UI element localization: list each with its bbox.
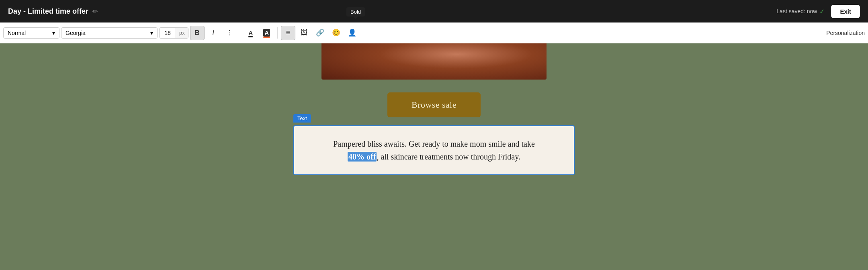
font-size-group: px: [159, 27, 188, 39]
bg-color-icon: A: [263, 29, 270, 37]
toolbar-separator-1: [240, 27, 240, 39]
hero-image-strip: [321, 43, 547, 80]
bold-button[interactable]: B: [190, 26, 205, 40]
insert-image-button[interactable]: 🖼: [297, 26, 311, 40]
text-color-button[interactable]: A: [244, 26, 258, 40]
top-bar-right: Last saved: now ✓ Exit: [776, 5, 860, 18]
top-bar-left: Day - Limited time offer ✏: [8, 7, 98, 16]
style-select[interactable]: Normal ▾: [3, 27, 59, 39]
link-icon: 🔗: [316, 29, 324, 37]
style-select-value: Normal: [8, 30, 26, 36]
font-size-input[interactable]: [160, 28, 176, 38]
font-select-value: Georgia: [66, 30, 86, 36]
browse-sale-button[interactable]: Browse sale: [387, 92, 481, 117]
personalization-icon-button[interactable]: 👤: [345, 26, 360, 40]
bold-label: B: [195, 29, 200, 37]
hero-image-inner: [321, 43, 547, 80]
paragraph-before-highlight: Pampered bliss awaits. Get ready to make…: [333, 139, 535, 148]
toolbar: Bold Normal ▾ Georgia ▾ px B I ⋮ A A ≡ 🖼: [0, 22, 868, 43]
insert-link-button[interactable]: 🔗: [313, 26, 328, 40]
personalization-label[interactable]: Personalization: [826, 30, 865, 36]
bg-color-button[interactable]: A: [260, 26, 274, 40]
font-select[interactable]: Georgia ▾: [61, 27, 158, 39]
page-title: Day - Limited time offer: [8, 7, 88, 16]
align-button[interactable]: ≡: [281, 26, 295, 40]
text-block-wrapper: Text Pampered bliss awaits. Get ready to…: [293, 125, 575, 175]
style-select-chevron: ▾: [52, 30, 55, 36]
highlighted-text: 40% off: [348, 152, 377, 162]
top-bar: Day - Limited time offer ✏ Last saved: n…: [0, 0, 868, 22]
emoji-button[interactable]: 😊: [329, 26, 344, 40]
more-options-icon: ⋮: [226, 29, 233, 37]
font-size-unit: px: [176, 28, 188, 38]
align-icon: ≡: [286, 29, 290, 37]
text-color-icon: A: [248, 29, 253, 36]
image-icon: 🖼: [301, 29, 307, 37]
text-paragraph: Pampered bliss awaits. Get ready to make…: [310, 137, 558, 163]
font-select-chevron: ▾: [150, 30, 153, 36]
paragraph-after-highlight: , all skincare treatments now through Fr…: [377, 152, 520, 161]
emoji-icon: 😊: [332, 29, 340, 37]
exit-button[interactable]: Exit: [831, 5, 860, 18]
more-options-button[interactable]: ⋮: [222, 26, 237, 40]
italic-button[interactable]: I: [206, 26, 221, 40]
person-icon: 👤: [348, 29, 356, 37]
italic-label: I: [212, 29, 214, 37]
text-badge: Text: [293, 114, 311, 123]
last-saved-text: Last saved: now ✓: [776, 8, 825, 15]
edit-icon[interactable]: ✏: [92, 8, 98, 15]
toolbar-separator-2: [277, 27, 278, 39]
saved-check-icon: ✓: [819, 8, 825, 15]
canvas-area: Browse sale Text Pampered bliss awaits. …: [0, 43, 868, 270]
text-content-block[interactable]: Pampered bliss awaits. Get ready to make…: [293, 125, 575, 175]
